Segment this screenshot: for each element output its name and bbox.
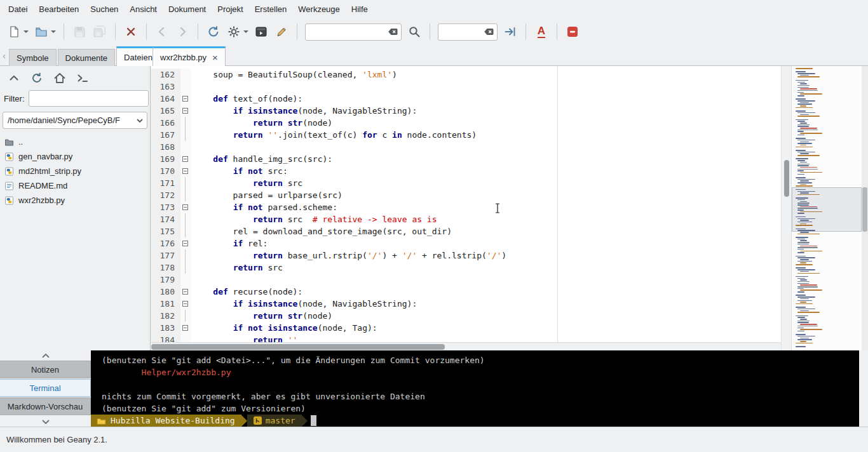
code-line-179[interactable]: 179 — [151, 274, 781, 286]
sidebar-tab-symbole[interactable]: Symbole — [9, 49, 57, 66]
fold-collapse-icon[interactable] — [182, 204, 188, 210]
bottom-tab-markdown-vorschau[interactable]: Markdown-Vorschau — [0, 397, 91, 415]
compile-button[interactable] — [204, 22, 223, 41]
new-file-dropdown-button[interactable] — [22, 22, 31, 41]
search-entry-input[interactable] — [311, 27, 386, 37]
minimap-scrollbar-thumb[interactable] — [862, 187, 867, 232]
fold-collapse-icon[interactable] — [182, 301, 188, 307]
fold-collapse-icon[interactable] — [182, 168, 188, 174]
code-line-165[interactable]: 165 if isinstance(node, NavigableString)… — [151, 105, 781, 117]
menu-werkzeuge[interactable]: Werkzeuge — [292, 1, 346, 17]
fold-collapse-icon[interactable] — [182, 156, 188, 162]
refresh-button[interactable] — [29, 70, 45, 86]
fold-margin[interactable] — [180, 153, 191, 165]
set-path-button[interactable] — [74, 70, 91, 86]
bottom-tab-notizen[interactable]: Notizen — [0, 361, 91, 378]
editor-vscrollbar[interactable] — [781, 66, 791, 350]
fold-collapse-icon[interactable] — [182, 241, 188, 246]
bottom-tab-terminal[interactable]: Terminal — [0, 379, 91, 397]
search-button[interactable] — [405, 22, 424, 41]
chevron-up-icon[interactable] — [0, 350, 91, 360]
code-line-181[interactable]: 181 if isinstance(node, NavigableString)… — [151, 298, 781, 310]
code-minimap[interactable] — [791, 66, 862, 350]
fold-margin[interactable] — [180, 165, 191, 177]
goto-entry-input[interactable] — [444, 27, 482, 37]
fold-collapse-icon[interactable] — [182, 96, 188, 102]
file-item-wxr2hzbb-py[interactable]: wxr2hzbb.py — [0, 193, 150, 208]
hscrollbar-thumb[interactable] — [151, 344, 445, 350]
code-line-178[interactable]: 178 return src — [151, 262, 781, 274]
file-item-gen-navbar-py[interactable]: gen_navbar.py — [0, 149, 150, 164]
quit-button[interactable] — [563, 22, 582, 41]
goto-line-button[interactable] — [501, 22, 520, 41]
code-line-180[interactable]: 180 def recurse(node): — [151, 286, 781, 298]
build-button[interactable] — [224, 22, 243, 41]
vscrollbar-thumb[interactable] — [784, 160, 789, 197]
menu-suchen[interactable]: Suchen — [85, 1, 124, 17]
fold-collapse-icon[interactable] — [182, 325, 188, 331]
clear-icon[interactable] — [482, 25, 495, 38]
menu-erstellen[interactable]: Erstellen — [249, 1, 293, 17]
fold-margin[interactable] — [180, 286, 191, 298]
code-line-177[interactable]: 177 return base_url.rstrip('/') + '/' + … — [151, 249, 781, 262]
code-line-182[interactable]: 182 return str(node) — [151, 310, 781, 322]
terminal[interactable]: (benutzen Sie "git add <Datei>...", um d… — [91, 350, 859, 427]
file-item-md2html-strip-py[interactable]: md2html_strip.py — [0, 164, 150, 178]
color-chooser-button[interactable] — [272, 22, 291, 41]
open-file-dropdown-button[interactable] — [49, 22, 58, 41]
code-line-173[interactable]: 173 if not parsed.scheme: — [151, 201, 781, 213]
menu-hilfe[interactable]: Hilfe — [346, 1, 374, 17]
file-item--[interactable]: .. — [0, 135, 150, 149]
font-button[interactable]: A — [532, 22, 551, 41]
code-line-172[interactable]: 172 parsed = urlparse(src) — [151, 189, 781, 201]
search-entry[interactable] — [305, 23, 402, 41]
home-button[interactable] — [51, 70, 68, 86]
menu-dokument[interactable]: Dokument — [163, 1, 212, 17]
code-line-169[interactable]: 169 def handle_img_src(src): — [151, 153, 781, 165]
sidebar-tabs-scroll-left-icon[interactable]: ‹ — [0, 51, 8, 65]
editor-area[interactable]: 162 soup = BeautifulSoup(cleaned, 'lxml'… — [151, 66, 781, 350]
sidebar-tab-dokumente[interactable]: Dokumente — [58, 49, 115, 66]
open-file-button[interactable] — [32, 22, 51, 41]
menu-bearbeiten[interactable]: Bearbeiten — [33, 1, 85, 17]
filter-input[interactable] — [34, 94, 146, 103]
fold-margin[interactable] — [180, 322, 191, 334]
code-line-170[interactable]: 170 if not src: — [151, 165, 781, 177]
code-line-163[interactable]: 163 — [151, 81, 781, 93]
terminal-scrollbar[interactable] — [859, 350, 868, 427]
new-file-button[interactable] — [4, 22, 24, 41]
code-line-168[interactable]: 168 — [151, 141, 781, 153]
fold-margin[interactable] — [180, 93, 191, 105]
code-line-176[interactable]: 176 if rel: — [151, 237, 781, 249]
file-item-readme-md[interactable]: README.md — [0, 178, 150, 193]
path-combobox[interactable]: /home/daniel/Sync/PepeCyB/F — [3, 112, 147, 129]
filter-entry[interactable] — [29, 90, 149, 107]
editor-tab-wxr2hzbb[interactable]: wxr2hzbb.py × — [153, 46, 226, 66]
run-button[interactable] — [252, 22, 271, 41]
code-line-171[interactable]: 171 return src — [151, 177, 781, 189]
code-line-183[interactable]: 183 if not isinstance(node, Tag): — [151, 322, 781, 334]
fold-collapse-icon[interactable] — [182, 289, 188, 295]
build-dropdown-button[interactable] — [241, 22, 250, 41]
clear-icon[interactable] — [386, 25, 399, 38]
fold-margin[interactable] — [180, 237, 191, 249]
fold-margin[interactable] — [180, 298, 191, 310]
fold-margin[interactable] — [180, 105, 191, 117]
code-line-162[interactable]: 162 soup = BeautifulSoup(cleaned, 'lxml'… — [151, 69, 781, 81]
chevron-down-icon[interactable] — [149, 93, 151, 103]
code-line-167[interactable]: 167 return ''.join(text_of(c) for c in n… — [151, 129, 781, 141]
up-button[interactable] — [6, 70, 22, 86]
code-line-174[interactable]: 174 return src # relative -> leave as is — [151, 213, 781, 225]
editor-hscrollbar[interactable] — [151, 342, 781, 350]
goto-entry[interactable] — [438, 23, 498, 41]
chevron-down-icon[interactable] — [0, 417, 91, 427]
code-line-166[interactable]: 166 return str(node) — [151, 117, 781, 129]
chevron-down-icon[interactable] — [133, 116, 147, 126]
minimap-viewport[interactable] — [792, 187, 862, 232]
code-line-164[interactable]: 164 def text_of(node): — [151, 93, 781, 105]
fold-collapse-icon[interactable] — [182, 108, 188, 114]
menu-ansicht[interactable]: Ansicht — [124, 1, 163, 17]
fold-margin[interactable] — [180, 201, 191, 213]
close-file-button[interactable] — [121, 22, 140, 41]
menu-datei[interactable]: Datei — [3, 1, 33, 17]
